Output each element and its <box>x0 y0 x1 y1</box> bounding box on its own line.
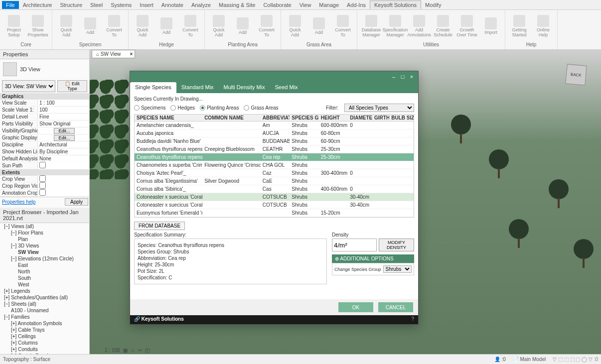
menu-analyze[interactable]: Analyze <box>187 1 215 9</box>
dialog-tab[interactable]: Seed Mix <box>270 82 303 93</box>
menu-architecture[interactable]: Architecture <box>19 1 56 9</box>
tree-item[interactable]: [+] Schedules/Quantities (all) <box>0 294 89 301</box>
menu-modify[interactable]: Modify <box>421 1 445 9</box>
tree-item[interactable]: A100 - Unnamed <box>0 307 89 314</box>
ribbon-quick-add[interactable]: QuickAdd <box>54 11 78 41</box>
cancel-button[interactable]: CANCEL <box>378 302 413 312</box>
ribbon-project-setup[interactable]: ProjectSetup <box>2 11 26 41</box>
ribbon-add[interactable]: Add <box>154 11 178 41</box>
ribbon-specification-manager[interactable]: SpecificationManager <box>383 11 407 41</box>
column-header[interactable]: SPECIES NAME <box>135 115 202 121</box>
status-icons[interactable]: ▽ ⬚ ⬚ ⬚ ⬚ ◯ ▽ :0 <box>553 357 598 362</box>
tree-item[interactable]: [−] 3D Views <box>0 243 89 249</box>
column-header[interactable]: ABBREVIATION <box>261 115 290 121</box>
ribbon-database-manager[interactable]: DatabaseManager <box>359 11 383 41</box>
property-checkbox[interactable] <box>39 182 46 189</box>
from-database-button[interactable]: FROM DATABASE <box>134 222 185 230</box>
ok-button[interactable]: OK <box>338 302 373 312</box>
ribbon-add[interactable]: Add <box>231 11 255 41</box>
menu-keysoft-solutions[interactable]: Keysoft Solutions <box>370 0 421 9</box>
table-row[interactable]: Cornus alba 'Elegantissima'Silver Dogwoo… <box>135 177 414 185</box>
property-row[interactable]: View Scale1 : 100 <box>0 100 89 107</box>
ribbon-growth-over-time[interactable]: GrowthOver Time <box>455 11 479 41</box>
view-icon[interactable]: ✂ <box>138 348 142 353</box>
column-header[interactable]: HEIGHT <box>319 115 348 121</box>
menu-collaborate[interactable]: Collaborate <box>259 1 295 9</box>
property-row[interactable]: Detail LevelFine <box>0 114 89 121</box>
table-row[interactable]: Cornus alba 'Sibirica'_CasShrubs400-600m… <box>135 185 414 193</box>
tree-item[interactable]: West <box>0 281 89 288</box>
ribbon-getting-started[interactable]: GettingStarted <box>507 11 531 41</box>
view-icon[interactable]: ▦ <box>123 348 128 353</box>
modify-density-button[interactable]: MODIFY DENSITY <box>379 239 414 251</box>
column-header[interactable]: SPECIES GROUP <box>290 115 318 121</box>
change-group-select[interactable]: Shrubs <box>383 265 412 273</box>
view-icon[interactable]: ☼ <box>131 348 135 353</box>
table-row[interactable]: Buddleja davidii 'Nanho Blue'BUDDANABShr… <box>135 137 414 145</box>
menu-structure[interactable]: Structure <box>56 1 86 9</box>
column-header[interactable]: BULB SIZE <box>389 115 414 121</box>
property-row[interactable]: Default Analysis Di...None <box>0 155 89 162</box>
tree-item[interactable]: [+] Legends <box>0 288 89 294</box>
property-row[interactable]: Sun Path <box>0 162 89 169</box>
property-row[interactable]: Scale Value 1:100 <box>0 107 89 114</box>
ribbon-show-properties[interactable]: ShowProperties <box>26 11 50 41</box>
property-checkbox[interactable] <box>39 189 46 196</box>
table-row[interactable]: Chaenomeles x superba 'Crimson & Gold'Fl… <box>135 161 414 169</box>
table-row[interactable]: Ceanothus thyrsiflorus repensCea repShru… <box>135 153 414 161</box>
table-row[interactable]: Aucuba japonicaAUCJAShrubs60-80cm <box>135 129 414 137</box>
dialog-tab[interactable]: Standard Mix <box>176 82 219 93</box>
edit-button[interactable]: Edit... <box>54 135 74 141</box>
tree-item[interactable]: South <box>0 275 89 281</box>
property-row[interactable]: Graphic Display O...Edit... <box>0 134 89 141</box>
tree-item[interactable]: North <box>0 268 89 275</box>
table-row[interactable]: Euonymus fortunei 'Emerald 'n' Gold'Shru… <box>135 209 414 217</box>
apply-button[interactable]: Apply <box>65 198 88 206</box>
property-checkbox[interactable] <box>39 162 46 168</box>
maximize-icon[interactable]: □ <box>398 74 407 80</box>
close-icon[interactable]: × <box>130 51 133 57</box>
ribbon-quick-add[interactable]: QuickAdd <box>207 11 231 41</box>
dialog-tab[interactable]: Single Species <box>130 82 176 93</box>
ribbon-add-annotations[interactable]: AddAnnotations <box>407 11 431 41</box>
tree-item[interactable]: [−] Floor Plans <box>0 230 89 236</box>
property-row[interactable]: Crop View <box>0 176 89 183</box>
tree-item[interactable]: [−] Elevations (12mm Circle) <box>0 255 89 262</box>
table-row[interactable]: Amelanchier canadensis_AmShrubs600-800mm… <box>135 121 414 129</box>
menu-massing-site[interactable]: Massing & Site <box>215 1 259 9</box>
ribbon-online-help[interactable]: OnlineHelp <box>531 11 555 41</box>
column-header[interactable]: COMMON NAME <box>202 115 261 121</box>
ribbon-quick-add[interactable]: QuickAdd <box>283 11 307 41</box>
ribbon-create-schedule[interactable]: CreateSchedule <box>431 11 455 41</box>
property-row[interactable]: Visibility/Graphics ...Edit... <box>0 127 89 134</box>
view-control-bar[interactable]: 1 : 100 ▦ ☼ ✂ ◫ <box>105 348 150 353</box>
edit-button[interactable]: Edit... <box>54 128 74 134</box>
type-selector[interactable]: 3D View: SW View <box>2 80 55 92</box>
additional-options-header[interactable]: ⊕ ADDITIONAL OPTIONS <box>332 254 414 263</box>
tree-item[interactable]: [+] Annotation Symbols <box>0 320 89 327</box>
dialog-tab[interactable]: Multi Density Mix <box>219 82 270 93</box>
properties-help-link[interactable]: Properties help <box>0 198 37 206</box>
radio-planting-areas[interactable]: Planting Areas <box>200 105 239 111</box>
table-row[interactable]: Ceanothus thyrsiflorus repensCreeping Bl… <box>135 145 414 153</box>
radio-hedges[interactable]: Hedges <box>170 105 194 111</box>
menu-insert[interactable]: Insert <box>136 1 157 9</box>
menu-steel[interactable]: Steel <box>86 1 107 9</box>
tree-item[interactable]: [−] Views (all) <box>0 223 89 230</box>
column-header[interactable]: GIRTH <box>372 115 389 121</box>
minimize-icon[interactable]: – <box>389 74 398 80</box>
tree-item[interactable]: [+] Columns <box>0 340 89 346</box>
menu-manage[interactable]: Manage <box>315 1 343 9</box>
tree-item[interactable]: [−] Sheets (all) <box>0 301 89 307</box>
menu-view[interactable]: View <box>296 1 315 9</box>
table-row[interactable]: Choisya 'Aztec Pearl'_CazShrubs300-400mm… <box>135 169 414 177</box>
filter-select[interactable]: All Species Types <box>344 104 414 112</box>
property-row[interactable]: DisciplineArchitectural <box>0 141 89 148</box>
property-row[interactable]: Show Hidden LinesBy Discipline <box>0 148 89 155</box>
tree-item[interactable]: East <box>0 262 89 268</box>
property-row[interactable]: Crop Region Visible <box>0 183 89 190</box>
tree-item[interactable]: [+] Ceilings <box>0 333 89 340</box>
dialog-titlebar[interactable]: – □ × <box>130 71 418 82</box>
menu-systems[interactable]: Systems <box>107 1 136 9</box>
ribbon-import[interactable]: Import <box>479 11 503 41</box>
